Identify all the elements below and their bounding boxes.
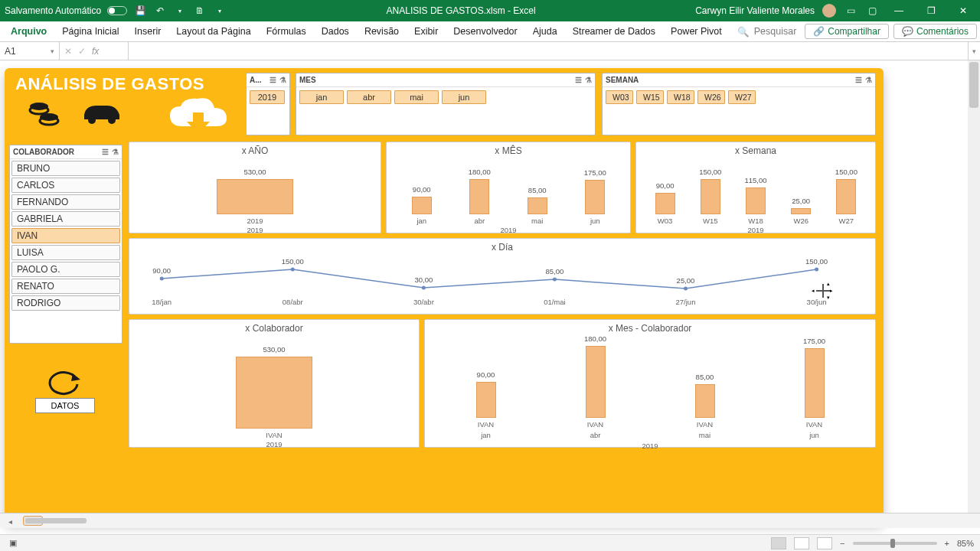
slicer-item[interactable]: GABRIELA [11,211,120,227]
tab-inserir[interactable]: Inserir [127,21,169,42]
chart-ano[interactable]: x AÑO530,0020192019 [129,142,381,233]
avatar[interactable] [822,4,836,18]
bar-category: 2019 [247,217,263,225]
bar-label: 150,00 [835,168,858,176]
chart-mes-colaborador[interactable]: x Mes - Colaborador90,00IVANjan180,00IVA… [424,319,876,448]
comment-icon: 💬 [902,26,913,37]
clear-filter-icon[interactable]: ⚗ [112,148,119,156]
slicer-item[interactable]: jan [299,90,344,104]
slicer-item[interactable]: abr [347,90,391,104]
comments-label: Comentários [916,26,969,37]
slicer-semana[interactable]: SEMANA☰⚗ W03W15W18W26W27 [602,73,876,135]
slicer-item[interactable]: BRUNO [11,161,120,176]
bar-label: 530,00 [263,345,285,354]
tab-ajuda[interactable]: Ajuda [525,21,565,42]
new-file-icon[interactable]: 🗎 [193,4,207,18]
tab-layout[interactable]: Layout da Página [168,21,258,42]
slicer-mes[interactable]: MES☰⚗ janabrmaijun [296,73,596,135]
view-pagelayout-button[interactable] [794,537,809,549]
cloud-download-icon[interactable] [165,96,231,142]
slicer-item[interactable]: mai [394,90,439,104]
multiselect-icon[interactable]: ☰ [855,76,862,84]
chart-dia-title: x Día [129,239,875,254]
view-normal-button[interactable] [771,537,786,549]
zoom-value[interactable]: 85% [957,539,974,548]
zoom-slider[interactable] [853,542,937,545]
autosave-toggle[interactable] [107,6,127,15]
view-pagebreak-button[interactable] [817,537,832,549]
slicer-item[interactable]: FERNANDO [11,194,120,210]
slicer-colaborador[interactable]: COLABORADOR☰⚗ BRUNOCARLOSFERNANDOGABRIEL… [9,145,122,344]
slicer-item[interactable]: LUISA [11,245,120,260]
datos-button[interactable]: DATOS [32,370,98,413]
tab-streamer[interactable]: Streamer de Dados [565,21,663,42]
slicer-item[interactable]: 2019 [250,90,285,104]
slicer-item[interactable]: CARLOS [11,178,120,193]
macro-record-icon[interactable]: ▣ [9,538,17,548]
slicer-item[interactable]: PAOLO G. [11,262,120,277]
tab-revisao[interactable]: Revisão [357,21,407,42]
slicer-item[interactable]: W26 [697,90,725,104]
slicer-item[interactable]: IVAN [11,228,120,243]
zoom-out-button[interactable]: − [840,539,844,548]
tab-powerpivot[interactable]: Power Pivot [663,21,730,42]
share-button[interactable]: 🔗Compartilhar [805,24,889,39]
name-box[interactable]: A1▾ [0,42,60,60]
svg-point-7 [291,268,295,272]
multiselect-icon[interactable]: ☰ [575,76,582,84]
slicer-item[interactable]: jun [442,90,486,104]
qat-dd-icon[interactable]: ▾ [213,4,227,18]
fx-icon[interactable]: fx [92,46,99,57]
undo-icon[interactable]: ↶ [153,4,167,18]
slicer-item[interactable]: RENATO [11,279,120,294]
chart-mes[interactable]: x MÊS90,00jan180,00abr85,00mai175,00jun2… [386,142,631,233]
namebox-dd-icon[interactable]: ▾ [51,47,54,55]
slicer-item[interactable]: W03 [606,90,633,104]
cancel-icon[interactable]: ✕ [64,46,72,57]
zoom-in-button[interactable]: + [945,539,949,548]
slicer-ano[interactable]: A...☰⚗ 2019 [246,73,290,135]
minimize-button[interactable]: — [887,3,911,18]
slicer-item[interactable]: RODRIGO [11,295,120,311]
tab-formulas[interactable]: Fórmulas [259,21,314,42]
vertical-scrollbar[interactable] [968,60,980,528]
clear-filter-icon[interactable]: ⚗ [865,76,872,84]
share-icon: 🔗 [813,26,825,37]
multiselect-icon[interactable]: ☰ [102,148,109,156]
restore-button[interactable]: ❐ [919,3,943,18]
clear-filter-icon[interactable]: ⚗ [585,76,592,84]
clear-filter-icon[interactable]: ⚗ [279,76,286,84]
chart-dia[interactable]: x Día90,0018/jan150,0008/abr30,0030/abr8… [129,238,876,315]
chart-colaborador[interactable]: x Colaborador530,00IVAN2019 [129,319,420,448]
enter-icon[interactable]: ✓ [78,46,86,57]
undo-dd-icon[interactable]: ▾ [173,4,187,18]
horizontal-scrollbar[interactable] [23,516,43,526]
window-mode-icon[interactable]: ▢ [865,4,879,18]
expand-formula-icon[interactable]: ▾ [968,42,980,60]
chart-semana[interactable]: x Semana90,00W03150,00W15115,00W1825,00W… [635,142,876,233]
search-box[interactable]: 🔍 Pesquisar [737,26,797,37]
save-icon[interactable]: 💾 [133,4,147,18]
bar [836,179,856,214]
tab-inicio[interactable]: Página Inicial [54,21,126,42]
multiselect-icon[interactable]: ☰ [270,76,276,84]
sheet-nav-left-icon[interactable]: ◂ [5,516,15,527]
bar-category: jan [416,217,426,225]
tab-arquivo[interactable]: Arquivo [3,21,54,42]
ribbon-display-icon[interactable]: ▭ [844,4,858,18]
bar-label: 150,00 [699,168,721,176]
slicer-item[interactable]: W27 [728,90,756,104]
comments-button[interactable]: 💬Comentários [893,24,977,39]
tab-dados[interactable]: Dados [314,21,357,42]
axis-year: 2019 [136,440,413,448]
refresh-icon [44,370,87,396]
tab-exibir[interactable]: Exibir [407,21,446,42]
close-button[interactable]: ✕ [951,3,975,18]
svg-point-5 [108,116,116,124]
slicer-item[interactable]: W18 [667,90,694,104]
tab-dev[interactable]: Desenvolvedor [446,21,524,42]
bar-label: 180,00 [584,334,606,343]
slicer-item[interactable]: W15 [636,90,664,104]
bar [805,348,825,418]
ribbon: Arquivo Página Inicial Inserir Layout da… [0,21,980,42]
